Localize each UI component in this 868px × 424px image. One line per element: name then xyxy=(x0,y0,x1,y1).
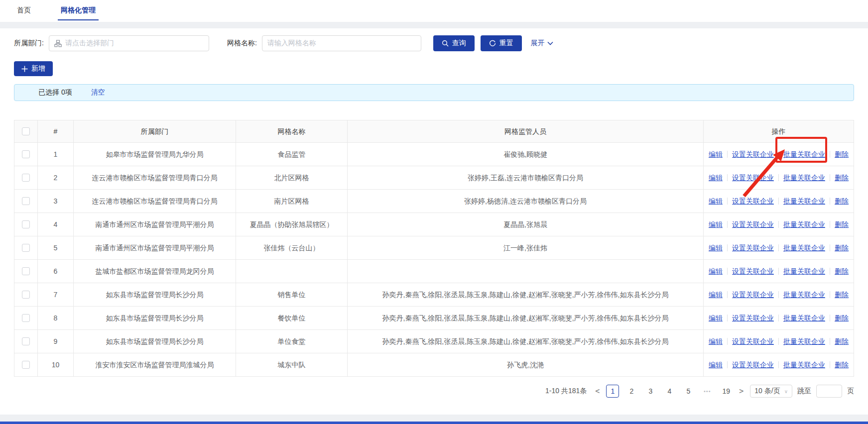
row-checkbox[interactable] xyxy=(22,244,30,252)
batch-related-companies-link[interactable]: 批量关联企业 xyxy=(783,243,825,253)
batch-related-companies-link[interactable]: 批量关联企业 xyxy=(783,337,825,346)
delete-link[interactable]: 删除 xyxy=(835,337,849,346)
edit-link[interactable]: 编辑 xyxy=(709,337,723,346)
batch-related-companies-link[interactable]: 批量关联企业 xyxy=(783,360,825,370)
delete-link[interactable]: 删除 xyxy=(835,290,849,300)
edit-link[interactable]: 编辑 xyxy=(709,243,723,253)
batch-related-companies-link[interactable]: 批量关联企业 xyxy=(783,150,825,159)
action-divider xyxy=(830,315,830,321)
batch-related-companies-link[interactable]: 批量关联企业 xyxy=(783,197,825,206)
row-supervisors: 孙奕丹,秦燕飞,徐阳,张丞晨,陈玉泉,陈建山,徐健,赵湘军,张晓斐,严小芳,徐伟… xyxy=(348,330,704,353)
expand-filters-link[interactable]: 展开 xyxy=(531,39,553,48)
row-supervisors xyxy=(348,260,704,283)
set-related-companies-link[interactable]: 设置关联企业 xyxy=(732,267,774,276)
refresh-icon xyxy=(489,40,496,47)
edit-link[interactable]: 编辑 xyxy=(709,220,723,229)
row-checkbox[interactable] xyxy=(22,220,30,228)
set-related-companies-link[interactable]: 设置关联企业 xyxy=(732,197,774,206)
batch-related-companies-link[interactable]: 批量关联企业 xyxy=(783,220,825,229)
row-supervisors: 张婷婷,王磊,连云港市赣榆区青口分局 xyxy=(348,166,704,189)
delete-link[interactable]: 删除 xyxy=(835,314,849,323)
edit-link[interactable]: 编辑 xyxy=(709,267,723,276)
tab-grid-management[interactable]: 网格化管理 xyxy=(58,0,99,20)
row-checkbox[interactable] xyxy=(22,150,30,158)
row-grid-name: 南片区网格 xyxy=(236,190,348,212)
table-row: 6 盐城市盐都区市场监督管理局龙冈分局 编辑设置关联企业批量关联企业删除 xyxy=(14,260,854,283)
row-checkbox[interactable] xyxy=(22,291,30,299)
set-related-companies-link[interactable]: 设置关联企业 xyxy=(732,243,774,253)
action-divider xyxy=(830,151,830,158)
page-number[interactable]: 19 xyxy=(720,385,733,398)
grid-table: # 所属部门 网格名称 网格监管人员 操作 1 如皋市市场监督管理局九华分局 食… xyxy=(14,120,854,377)
filter-bar: 所属部门: 请点击选择部门 网格名称: 请输入网格名称 查询 重 xyxy=(14,35,854,51)
row-checkbox[interactable] xyxy=(22,314,30,322)
col-header-index: # xyxy=(38,120,74,142)
delete-link[interactable]: 删除 xyxy=(835,150,849,159)
row-checkbox[interactable] xyxy=(22,174,30,182)
set-related-companies-link[interactable]: 设置关联企业 xyxy=(732,290,774,300)
grid-name-input[interactable]: 请输入网格名称 xyxy=(262,35,421,51)
batch-related-companies-link[interactable]: 批量关联企业 xyxy=(783,267,825,276)
action-divider xyxy=(778,174,779,181)
row-supervisors: 张婷婷,杨德清,连云港市赣榆区青口分局 xyxy=(348,190,704,212)
row-grid-name: 单位食堂 xyxy=(236,330,348,353)
chevron-down-icon xyxy=(547,41,553,45)
jump-to-label: 跳至 xyxy=(797,387,811,396)
row-checkbox[interactable] xyxy=(22,337,30,345)
page-number[interactable]: 5 xyxy=(682,385,695,398)
clear-selection-link[interactable]: 清空 xyxy=(91,88,105,97)
action-divider xyxy=(778,198,779,205)
delete-link[interactable]: 删除 xyxy=(835,220,849,229)
batch-related-companies-link[interactable]: 批量关联企业 xyxy=(783,290,825,300)
set-related-companies-link[interactable]: 设置关联企业 xyxy=(732,360,774,370)
edit-link[interactable]: 编辑 xyxy=(709,290,723,300)
row-checkbox[interactable] xyxy=(22,361,30,369)
select-all-checkbox[interactable] xyxy=(22,127,30,135)
page-number[interactable]: 1 xyxy=(606,385,619,398)
page-number[interactable]: 2 xyxy=(625,385,638,398)
set-related-companies-link[interactable]: 设置关联企业 xyxy=(732,220,774,229)
page-number[interactable]: 4 xyxy=(663,385,676,398)
edit-link[interactable]: 编辑 xyxy=(709,314,723,323)
tab-home[interactable]: 首页 xyxy=(14,0,34,20)
row-checkbox[interactable] xyxy=(22,197,30,205)
delete-link[interactable]: 删除 xyxy=(835,243,849,253)
next-page-arrow[interactable]: > xyxy=(738,387,745,396)
add-button[interactable]: 新增 xyxy=(14,61,53,76)
delete-link[interactable]: 删除 xyxy=(835,267,849,276)
dept-filter-label: 所属部门: xyxy=(14,39,44,48)
set-related-companies-link[interactable]: 设置关联企业 xyxy=(732,150,774,159)
row-checkbox[interactable] xyxy=(22,267,30,275)
page-number[interactable]: 3 xyxy=(644,385,657,398)
delete-link[interactable]: 删除 xyxy=(835,197,849,206)
edit-link[interactable]: 编辑 xyxy=(709,173,723,183)
set-related-companies-link[interactable]: 设置关联企业 xyxy=(732,337,774,346)
row-grid-name: 夏晶晶（协助张旭晨辖区） xyxy=(236,213,348,236)
action-divider xyxy=(778,361,779,368)
edit-link[interactable]: 编辑 xyxy=(709,150,723,159)
set-related-companies-link[interactable]: 设置关联企业 xyxy=(732,314,774,323)
table-row: 3 连云港市赣榆区市场监督管理局青口分局 南片区网格 张婷婷,杨德清,连云港市赣… xyxy=(14,190,854,213)
prev-page-arrow[interactable]: < xyxy=(594,387,601,396)
delete-link[interactable]: 删除 xyxy=(835,360,849,370)
set-related-companies-link[interactable]: 设置关联企业 xyxy=(732,173,774,183)
action-divider xyxy=(778,151,779,158)
edit-link[interactable]: 编辑 xyxy=(709,360,723,370)
page-size-select[interactable]: 10 条/页 ∨ xyxy=(750,385,792,398)
search-icon xyxy=(442,40,449,47)
batch-related-companies-link[interactable]: 批量关联企业 xyxy=(783,314,825,323)
edit-link[interactable]: 编辑 xyxy=(709,197,723,206)
action-divider xyxy=(727,174,728,181)
reset-button[interactable]: 重置 xyxy=(481,35,522,51)
search-button[interactable]: 查询 xyxy=(433,35,475,51)
jump-page-input[interactable] xyxy=(816,385,842,398)
delete-link[interactable]: 删除 xyxy=(835,173,849,183)
col-header-grid-name: 网格名称 xyxy=(236,120,348,142)
table-row: 8 如东县市场监督管理局长沙分局 餐饮单位 孙奕丹,秦燕飞,徐阳,张丞晨,陈玉泉… xyxy=(14,307,854,330)
row-dept: 南通市通州区市场监督管理局平潮分局 xyxy=(74,213,236,236)
batch-related-companies-link[interactable]: 批量关联企业 xyxy=(783,173,825,183)
table-row: 9 如东县市场监督管理局长沙分局 单位食堂 孙奕丹,秦燕飞,徐阳,张丞晨,陈玉泉… xyxy=(14,330,854,353)
row-dept: 如东县市场监督管理局长沙分局 xyxy=(74,330,236,353)
dept-select-input[interactable]: 请点击选择部门 xyxy=(49,35,209,51)
jump-page-suffix: 页 xyxy=(847,387,854,396)
